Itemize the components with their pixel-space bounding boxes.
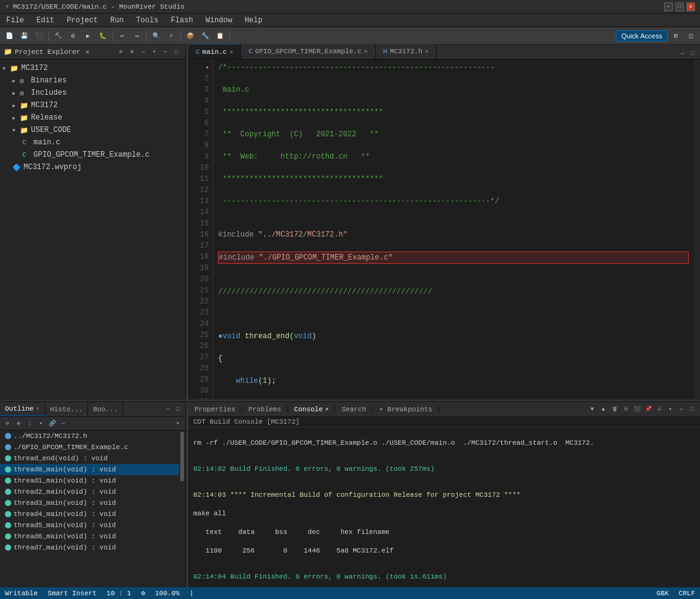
outline-sync-btn[interactable]: ↔: [58, 419, 68, 429]
toolbar-saveall[interactable]: ⬛: [32, 29, 46, 43]
outline-item-thread2[interactable]: thread2_main(void) : void: [0, 486, 179, 497]
outline-item-thread-end[interactable]: thread_end(void) : void: [0, 453, 179, 464]
outline-item-thread1[interactable]: thread1_main(void) : void: [0, 475, 179, 486]
quick-access-button[interactable]: Quick Access: [616, 30, 668, 42]
console-copy[interactable]: ⎘: [621, 404, 631, 414]
toolbar-new[interactable]: 📄: [2, 29, 16, 43]
panel-close-icon[interactable]: ✕: [85, 48, 90, 56]
tab-outline[interactable]: Outline ✕: [0, 402, 45, 416]
toolbar-misc2[interactable]: 🔧: [198, 29, 212, 43]
menu-edit[interactable]: Edit: [30, 14, 61, 27]
toolbar-buildall[interactable]: ⚙: [66, 29, 80, 43]
maximize-button[interactable]: □: [675, 2, 684, 11]
outline-item-thread4[interactable]: thread4_main(void) : void: [0, 509, 179, 520]
tree-item-includes[interactable]: ▶ ⊞ Includes: [0, 87, 185, 99]
toolbar-redo[interactable]: ↪: [130, 29, 144, 43]
tree-item-root[interactable]: ▼ 📁 MC3172: [0, 62, 185, 74]
tab-search[interactable]: Search: [335, 406, 373, 413]
code-content[interactable]: /*--------------------------------------…: [213, 59, 694, 400]
outline-item-thread3[interactable]: thread3_main(void) : void: [0, 497, 179, 509]
menu-file[interactable]: File: [0, 14, 30, 27]
tab-breakpoints[interactable]: • Breakpoints: [373, 406, 439, 413]
tab-bookmarks[interactable]: Boo...: [88, 402, 123, 416]
status-line-ending: CRLF: [679, 590, 695, 597]
menu-project[interactable]: Project: [61, 14, 104, 27]
tab-history[interactable]: Histo...: [45, 402, 89, 416]
outline-item-thread6[interactable]: thread6_main(void) : void: [0, 531, 179, 542]
code-area[interactable]: ● 23456789 1011121314 151617181920 21222…: [188, 59, 700, 400]
tree-label-gpio-example: GPIO_GPCOM_TIMER_Example.c: [33, 151, 149, 159]
console-pin[interactable]: 📌: [643, 404, 653, 414]
outline-item-thread7[interactable]: thread7_main(void) : void: [0, 542, 179, 553]
editor-minimize-btn[interactable]: ─: [678, 49, 688, 59]
tab-close-header[interactable]: ✕: [425, 48, 429, 55]
menu-window[interactable]: Window: [199, 14, 238, 27]
menu-run[interactable]: Run: [104, 14, 130, 27]
minimize-button[interactable]: ─: [664, 2, 673, 11]
tab-console-close[interactable]: ✕: [325, 406, 328, 413]
outline-link-btn[interactable]: 🔗: [47, 419, 57, 429]
outline-collapse-btn[interactable]: ⊖: [2, 419, 12, 429]
panel-sync-btn[interactable]: ↔: [138, 47, 148, 57]
editor-maximize-btn[interactable]: □: [688, 49, 698, 59]
panel-maximize-btn[interactable]: □: [172, 47, 182, 57]
tree-item-binaries[interactable]: ▶ ⊞ Binaries: [0, 74, 185, 87]
outline-menu-btn[interactable]: ▾: [173, 419, 183, 429]
toolbar-perspective[interactable]: ⊞: [669, 29, 683, 43]
outline-minimize-btn[interactable]: ─: [163, 404, 173, 414]
tree-item-mc3172[interactable]: ▶ 📁 MC3172: [0, 99, 185, 111]
tree-item-main-c[interactable]: C main.c: [0, 136, 185, 149]
tab-properties[interactable]: Properties: [188, 406, 242, 413]
outline-item-thread5[interactable]: thread5_main(void) : void: [0, 520, 179, 531]
tree-item-wvproj[interactable]: 🔷 MC3172.wvproj: [0, 161, 185, 173]
toolbar-debug[interactable]: 🐛: [96, 29, 110, 43]
menu-tools[interactable]: Tools: [130, 14, 165, 27]
console-content[interactable]: rm -rf ./USER_CODE/GPIO_GPCOM_TIMER_Exam…: [188, 427, 700, 587]
panel-expand-btn[interactable]: ⊕: [127, 47, 137, 57]
toolbar-layout[interactable]: ◫: [684, 29, 698, 43]
console-maximize[interactable]: □: [688, 404, 698, 414]
tab-console[interactable]: Console ✕: [288, 406, 336, 413]
editor-scrollbar-v[interactable]: [694, 59, 700, 400]
tree-item-user-code[interactable]: ▼ 📁 USER_CODE: [0, 124, 185, 136]
tab-problems[interactable]: Problems: [242, 406, 288, 413]
tab-header[interactable]: H MC3172.h ✕: [376, 44, 437, 59]
toolbar-misc1[interactable]: 📦: [183, 29, 197, 43]
console-stop[interactable]: ⬛: [632, 404, 642, 414]
toolbar-run[interactable]: ▶: [81, 29, 95, 43]
tab-main-c[interactable]: C main.c ✕: [188, 44, 241, 59]
menu-flash[interactable]: Flash: [165, 14, 199, 27]
tree-item-gpio-example[interactable]: C GPIO_GPCOM_TIMER_Example.c: [0, 149, 185, 161]
menu-help[interactable]: Help: [238, 14, 269, 27]
panel-collapse-btn[interactable]: ⊖: [116, 47, 126, 57]
console-minimize[interactable]: ─: [676, 404, 686, 414]
tab-outline-close[interactable]: ✕: [36, 405, 39, 412]
tree-item-release[interactable]: ▶ 📁 Release: [0, 111, 185, 124]
toolbar-misc3[interactable]: 📋: [213, 29, 227, 43]
outline-item-mc3172h[interactable]: ../MC3172/MC3172.h: [0, 431, 179, 442]
tab-gpio[interactable]: C GPIO_GPCOM_TIMER_Example.c ✕: [241, 44, 375, 59]
console-scroll-up[interactable]: ▲: [598, 404, 608, 414]
panel-menu-btn[interactable]: ▾: [149, 47, 159, 57]
outline-maximize-btn[interactable]: □: [173, 404, 183, 414]
panel-minimize-btn[interactable]: ─: [160, 47, 170, 57]
console-scroll-down[interactable]: ▼: [587, 404, 597, 414]
console-line-6: make all: [193, 508, 695, 519]
outline-item-gpio-c[interactable]: ./GPIO_GPCOM_TIMER_Example.c: [0, 442, 179, 453]
toolbar-ref[interactable]: ⚡: [164, 29, 178, 43]
console-wrap[interactable]: ↲: [654, 404, 664, 414]
tab-close-gpio[interactable]: ✕: [364, 48, 368, 55]
outline-sort-btn[interactable]: ↕: [25, 419, 35, 429]
toolbar-build[interactable]: 🔨: [51, 29, 65, 43]
outline-expand-btn[interactable]: ⊕: [14, 419, 24, 429]
toolbar-undo[interactable]: ↩: [115, 29, 129, 43]
toolbar-search[interactable]: 🔍: [149, 29, 163, 43]
console-more[interactable]: ▾: [665, 404, 675, 414]
tab-close-main-c[interactable]: ✕: [229, 48, 233, 56]
toolbar-save[interactable]: 💾: [17, 29, 31, 43]
outline-item-thread0[interactable]: thread0_main(void) : void: [0, 464, 179, 475]
close-button[interactable]: ✕: [686, 2, 695, 11]
outline-scrollbar[interactable]: [179, 431, 185, 587]
console-clear[interactable]: 🗑: [610, 404, 619, 414]
outline-filter-btn[interactable]: ▾: [36, 419, 46, 429]
